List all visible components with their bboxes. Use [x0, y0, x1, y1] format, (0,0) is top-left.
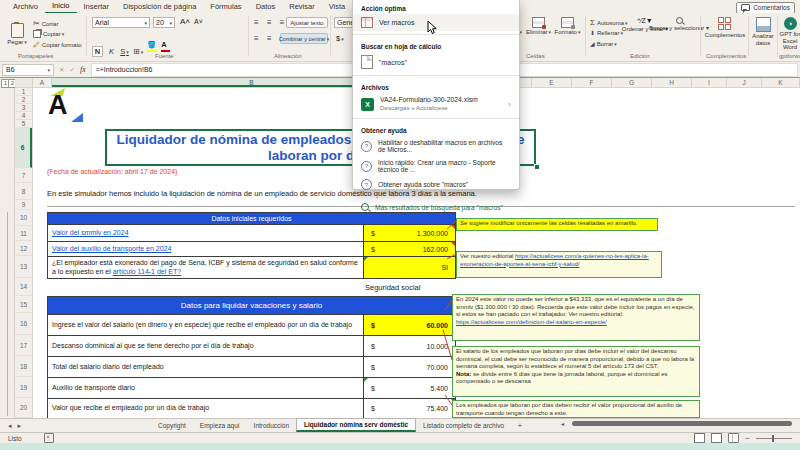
menu-tab-disposicion[interactable]: Disposición de página — [116, 1, 203, 13]
column-header-a[interactable]: A — [33, 78, 52, 87]
row-header[interactable]: 17 — [15, 335, 32, 356]
editorial-link-2[interactable]: https://actualicese.com/definicion-del-s… — [456, 319, 607, 325]
addins-button[interactable]: Complementos — [704, 17, 746, 38]
column-header-g[interactable]: G — [612, 78, 652, 87]
menu-tab-formulas[interactable]: Fórmulas — [203, 1, 248, 13]
row-header[interactable]: 4 — [15, 112, 32, 120]
menu-tab-revisar[interactable]: Revisar — [282, 1, 321, 13]
row-header[interactable]: 11 — [15, 226, 32, 241]
font-size-select[interactable]: 20 — [153, 17, 175, 28]
clear-button[interactable]: ◢Borrar — [590, 40, 617, 47]
shrink-font-button[interactable]: A˅ — [194, 18, 203, 25]
page-layout-view-button[interactable] — [711, 433, 722, 443]
merge-center-button[interactable]: Combinar y centrar — [280, 33, 328, 44]
row-header[interactable]: 14 — [15, 278, 32, 296]
row-header[interactable]: 5 — [15, 120, 32, 128]
column-header-e[interactable]: E — [532, 78, 572, 87]
search-macros-item[interactable]: "macros" — [353, 52, 519, 72]
format-cells-button[interactable]: Formato — [554, 17, 581, 35]
help-item-enable-macros[interactable]: ? Habilitar o deshabilitar macros en arc… — [353, 136, 519, 156]
smmlv-link[interactable]: Valor del smmlv en 2024 — [52, 229, 129, 236]
column-header-j[interactable]: J — [727, 78, 762, 87]
select-all-corner[interactable] — [15, 78, 33, 87]
column-header-k[interactable]: K — [762, 78, 800, 87]
format-painter-button[interactable]: 🖉 Copiar formato — [33, 41, 82, 48]
currency-format-button[interactable]: $ — [336, 34, 344, 43]
row-header[interactable]: 8 — [15, 183, 32, 200]
zoom-out-button[interactable]: − — [745, 434, 750, 443]
menu-tab-archivo[interactable]: Archivo — [6, 1, 45, 13]
delete-cells-button[interactable]: Eliminar — [525, 17, 552, 35]
paste-button[interactable]: Pegar — [4, 17, 30, 51]
chevron-right-icon[interactable]: › — [508, 100, 511, 109]
comments-button[interactable]: Comentarios — [736, 2, 795, 14]
row-header[interactable]: 13 — [15, 256, 32, 278]
mouse-cursor — [427, 20, 438, 35]
insert-function-icon[interactable]: fx — [80, 65, 86, 74]
row-header[interactable]: 1 — [15, 88, 32, 96]
help-item-quickstart[interactable]: ? Inicio rápido: Crear una macro - Sopor… — [353, 156, 519, 176]
row-header[interactable]: 2 — [15, 96, 32, 104]
menu-tab-datos[interactable]: Datos — [249, 1, 283, 13]
row-header[interactable]: 9 — [15, 200, 32, 210]
macros-icon — [361, 17, 373, 28]
help-item-get-help[interactable]: ? Obtener ayuda sobre "macros" — [353, 176, 519, 193]
enter-icon[interactable]: ✓ — [69, 66, 74, 74]
file-path: Descargas » Actualicese — [380, 104, 478, 112]
column-header-i[interactable]: I — [692, 78, 727, 87]
copy-button[interactable]: Copiar — [33, 30, 64, 38]
delete-cells-icon — [532, 17, 545, 28]
row-header-selected[interactable]: 6 — [15, 128, 32, 168]
fill-button[interactable]: ⬇Rellenar — [590, 29, 623, 36]
accessibility-icon[interactable] — [44, 433, 54, 443]
bold-button[interactable]: N — [92, 46, 103, 57]
add-sheet-button[interactable]: + — [511, 420, 529, 432]
row-header[interactable]: 18 — [15, 356, 32, 377]
name-box[interactable]: B6 — [2, 64, 54, 76]
gpt-for-excel-button[interactable]: ◑ GPT for Excel Word — [779, 17, 800, 51]
selection-fill-handle[interactable] — [534, 164, 540, 170]
excel-window: Archivo Inicio Insertar Disposición de p… — [0, 0, 800, 450]
hscroll-left-arrow[interactable]: ◂ — [561, 420, 564, 427]
underline-button[interactable]: S — [120, 47, 129, 56]
more-results-item[interactable]: Más resultados de búsqueda para "macros" — [353, 200, 519, 214]
find-select-button[interactable]: Buscar y seleccionar ▾ — [662, 17, 696, 32]
articulo-114-link[interactable]: artículo 114-1 del ET? — [113, 268, 181, 275]
page-break-view-button[interactable] — [728, 433, 739, 443]
analyze-data-button[interactable]: Analizar datos — [750, 17, 776, 46]
italic-button[interactable]: K — [107, 47, 116, 56]
transporte-link[interactable]: Valor del auxilio de transporte en 2024 — [52, 245, 171, 252]
align-top-icons[interactable]: ≡ ≡ ≡ — [254, 18, 287, 27]
column-header-f[interactable]: F — [572, 78, 612, 87]
row-header[interactable]: 16 — [15, 313, 32, 335]
copy-icon — [33, 30, 41, 38]
row-header[interactable]: 12 — [15, 241, 32, 256]
menu-tab-insertar[interactable]: Insertar — [77, 1, 116, 13]
row-header[interactable]: 3 — [15, 104, 32, 112]
sheet-nav-arrows[interactable]: ◂▸ — [0, 422, 31, 432]
row-header[interactable]: 7 — [15, 168, 32, 183]
font-name-select[interactable]: Arial — [92, 17, 150, 28]
sheet-tab-introduccion[interactable]: Introducción — [247, 420, 296, 432]
zoom-slider[interactable] — [756, 438, 792, 439]
grow-font-button[interactable]: A˄ — [180, 17, 190, 26]
cut-button[interactable]: ✂Cortar — [33, 19, 58, 28]
sheet-tab-listado[interactable]: Listado completo de archivo — [416, 420, 511, 432]
row-header[interactable]: 10 — [15, 210, 32, 226]
sheet-tab-empieza-aqui[interactable]: Empieza aquí — [193, 420, 247, 432]
sheet-tab-copyright[interactable]: Copyright — [151, 420, 193, 432]
zoom-slider-thumb[interactable] — [772, 435, 774, 442]
row-header[interactable]: 19 — [15, 377, 32, 398]
row-header[interactable]: 15 — [15, 296, 32, 313]
wrap-text-button[interactable]: Ajustar texto — [286, 17, 328, 28]
column-header-h[interactable]: H — [652, 78, 692, 87]
borders-button[interactable]: ⊞ — [133, 47, 143, 56]
menu-tab-inicio[interactable]: Inicio — [45, 0, 77, 14]
menu-tab-vista[interactable]: Vista — [322, 1, 353, 13]
horizontal-scrollbar[interactable] — [572, 421, 792, 426]
file-result-item[interactable]: X VA24-Formulario-300-2024.xlsm Descarga… — [353, 93, 519, 115]
cancel-icon[interactable]: ✕ — [59, 66, 64, 74]
row-header[interactable]: 20 — [15, 398, 32, 418]
sheet-tab-liquidador[interactable]: Liquidador nómina serv doméstic — [296, 418, 416, 432]
normal-view-button[interactable] — [694, 433, 705, 443]
